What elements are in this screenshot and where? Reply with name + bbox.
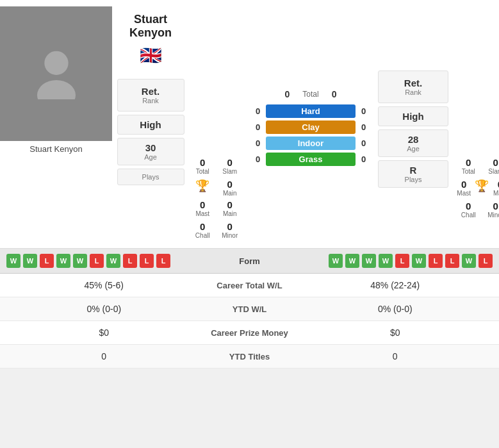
left-age-box: 30 Age [117, 138, 184, 165]
right-age-box: 28 Age [378, 129, 448, 157]
total-right: 0 [332, 89, 337, 99]
right-trophy-item: 🏆 [473, 179, 491, 197]
clay-right-score: 0 [356, 122, 372, 132]
left-stats-panel: 0 Total 0 Slam 🏆 0 Main 0 [189, 6, 247, 242]
form-badge-left: W [23, 254, 37, 268]
stats-center-label: Career Prize Money [199, 328, 301, 338]
form-badge-left: W [56, 254, 70, 268]
indoor-badge[interactable]: Indoor [266, 137, 356, 150]
left-player-info: Stuart Kenyon 🇬🇧 Ret. Rank High 30 Age P… [112, 6, 189, 242]
hard-left-score: 0 [250, 106, 266, 116]
left-plays-box: Plays [117, 169, 184, 185]
form-badge-right: W [362, 254, 376, 268]
form-badge-right: W [412, 254, 426, 268]
left-stats-row3: 0 Chall 0 Minor [189, 221, 243, 239]
clay-badge[interactable]: Clay [266, 120, 356, 134]
left-chall-stat: 0 Chall [189, 221, 217, 239]
total-row: 0 Total 0 [250, 86, 372, 99]
left-main-stat: 0 Main [217, 179, 244, 197]
right-plays-box: R Plays [378, 160, 448, 188]
surface-row-indoor: 0 Indoor 0 [250, 137, 372, 150]
right-rank-label: Rank [382, 88, 445, 96]
form-badge-left: W [106, 254, 120, 268]
left-plays-label: Plays [121, 173, 181, 181]
right-rank-box: Ret. Rank [378, 71, 448, 103]
right-trophy-icon: 🏆 [475, 179, 489, 192]
left-player-avatar [0, 6, 112, 141]
left-rank-box: Ret. Rank [117, 79, 184, 112]
left-main-val: 0 Main [217, 199, 244, 217]
svg-point-1 [37, 80, 76, 99]
form-left: WWLWWLWLLL [6, 254, 218, 268]
stats-right-value: 0% (0-0) [301, 304, 490, 314]
stats-left-value: 0 [10, 351, 199, 361]
grass-badge[interactable]: Grass [266, 153, 356, 166]
surface-row-hard: 0 Hard 0 [250, 104, 372, 118]
right-age-value: 28 [382, 134, 445, 145]
form-badge-left: L [123, 254, 137, 268]
form-badge-right: W [462, 254, 476, 268]
right-stats-panel: 0 Total 0 Slam 0 Mast 🏆 0 Main [452, 6, 499, 242]
left-stats-row2b: 0 Mast 0 Main [189, 199, 243, 217]
right-plays-label: Plays [382, 176, 445, 183]
left-rank-value: Ret. [121, 86, 181, 97]
left-age-label: Age [121, 153, 181, 161]
stats-center-label: YTD W/L [199, 304, 301, 314]
form-badge-right: W [379, 254, 393, 268]
right-plays-value: R [382, 165, 445, 176]
total-left: 0 [285, 89, 290, 99]
stats-right-value: 0 [301, 351, 490, 361]
svg-point-0 [44, 51, 68, 75]
stats-table: 45% (5-6)Career Total W/L48% (22-24)0% (… [0, 274, 499, 369]
right-player-info: Ret. Rank High 28 Age R Plays [375, 6, 452, 242]
right-rank-value: Ret. [382, 78, 445, 88]
indoor-right-score: 0 [356, 138, 372, 148]
right-high-box: High [378, 106, 448, 126]
left-total-stat: 0 Total [189, 157, 217, 175]
form-section: WWLWWLWLLL Form WWWWLWLLWL [0, 249, 499, 274]
surface-row-clay: 0 Clay 0 [250, 120, 372, 134]
grass-left-score: 0 [250, 154, 266, 164]
right-slam-stat: 0 Slam [482, 157, 500, 175]
right-main-val: 0 Main [491, 179, 499, 197]
right-mast-val: 0 Mast [455, 179, 473, 197]
form-badge-left: L [90, 254, 104, 268]
form-badge-right: L [429, 254, 443, 268]
left-high-box: High [117, 115, 184, 135]
left-high-value: High [121, 119, 181, 130]
left-stats-row1: 0 Total 0 Slam [189, 157, 243, 175]
form-badge-left: L [140, 254, 154, 268]
left-stats-row2: 🏆 0 Main [189, 179, 243, 197]
form-badge-left: W [6, 254, 20, 268]
stats-left-value: $0 [10, 328, 199, 338]
stats-row: $0Career Prize Money$0 [0, 321, 499, 345]
player-comparison: Stuart Kenyon Stuart Kenyon 🇬🇧 Ret. Rank… [0, 0, 499, 249]
right-minor-stat: 0 Minor [482, 201, 500, 219]
left-trophy-icon: 🏆 [195, 179, 209, 192]
stats-right-value: 48% (22-24) [301, 280, 490, 290]
left-rank-label: Rank [121, 97, 181, 104]
stats-center-label: Career Total W/L [199, 281, 301, 290]
right-stats-row3: 0 Chall 0 Minor [455, 201, 499, 219]
stats-right-value: $0 [301, 328, 490, 338]
left-mast-stat: 🏆 [189, 179, 217, 197]
grass-right-score: 0 [356, 154, 372, 164]
stats-left-value: 45% (5-6) [10, 280, 199, 290]
left-player-name-below: Stuart Kenyon [0, 144, 112, 154]
main-container: Stuart Kenyon Stuart Kenyon 🇬🇧 Ret. Rank… [0, 0, 499, 369]
left-age-value: 30 [121, 142, 181, 153]
form-badge-right: L [479, 254, 493, 268]
form-label: Form [218, 256, 282, 266]
right-stats-row2: 0 Mast 🏆 0 Main [455, 179, 499, 197]
left-player-photo: Stuart Kenyon [0, 6, 112, 242]
form-badge-right: W [329, 254, 343, 268]
hard-badge[interactable]: Hard [266, 104, 356, 118]
total-label: Total [302, 90, 318, 99]
surface-row-grass: 0 Grass 0 [250, 153, 372, 166]
right-stats-row1: 0 Total 0 Slam [455, 157, 499, 175]
right-chall-stat: 0 Chall [455, 201, 482, 219]
surface-container: 0 Total 0 0 Hard 0 0 Clay 0 0 Indoor 0 0 [247, 6, 375, 242]
form-badge-right: W [345, 254, 359, 268]
stats-row: 45% (5-6)Career Total W/L48% (22-24) [0, 274, 499, 297]
right-age-label: Age [382, 145, 445, 153]
